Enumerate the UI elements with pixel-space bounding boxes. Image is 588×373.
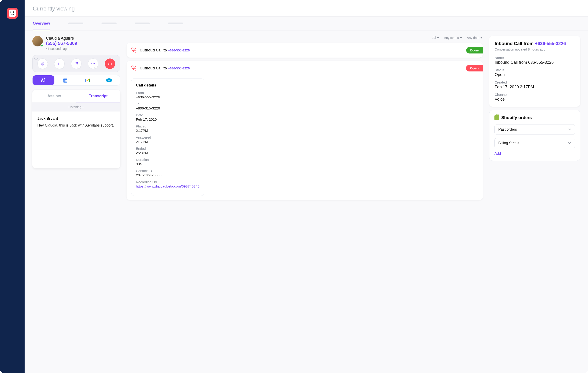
transcript-text: Hey Claudia, this is Jack with Aerolabs … bbox=[37, 123, 115, 127]
content: Claudia Aguirre (555) 567-5309 41 second… bbox=[25, 31, 588, 373]
svg-text:31: 31 bbox=[64, 80, 66, 82]
past-orders-label: Past orders bbox=[498, 127, 517, 132]
ic-name: Inbound Call from 636-555-3226 bbox=[495, 60, 575, 65]
pane-contact: Claudia Aguirre (555) 567-5309 41 second… bbox=[25, 36, 120, 364]
contact-time: 41 seconds ago bbox=[46, 47, 77, 51]
filter-date[interactable]: Any date bbox=[467, 36, 482, 40]
gmail-icon bbox=[84, 78, 90, 83]
filter-date-label: Any date bbox=[467, 36, 479, 40]
svg-point-11 bbox=[75, 65, 75, 65]
tab-assists[interactable]: Assists bbox=[32, 90, 76, 103]
ic-name-label: Name bbox=[495, 56, 575, 60]
integration-calendar-tab[interactable]: 31 bbox=[54, 75, 76, 85]
sidebar-rail bbox=[0, 0, 25, 373]
svg-point-15 bbox=[93, 63, 94, 64]
svg-point-6 bbox=[76, 62, 77, 63]
call-controls bbox=[32, 55, 120, 72]
cd-contactid: 23454363755665 bbox=[136, 173, 200, 177]
integration-salesforce-tab[interactable]: sales bbox=[98, 75, 120, 85]
tab-transcript[interactable]: Transcript bbox=[76, 90, 120, 103]
call-row-done[interactable]: Outboud Call to +636-555-3226 Done bbox=[126, 43, 483, 58]
cd-recording-link[interactable]: https://www.dialpadbeta.com/698745345 bbox=[136, 184, 200, 188]
ic-created-label: Created bbox=[495, 80, 575, 84]
pane-details: Inbound Call from +636-555-3226 Conversa… bbox=[489, 36, 580, 364]
status-badge-done: Done bbox=[466, 47, 483, 53]
cd-to-label: To bbox=[136, 102, 200, 106]
filters: All Any status Any date bbox=[126, 36, 483, 40]
header: Currently viewing bbox=[25, 0, 588, 16]
filter-all[interactable]: All bbox=[432, 36, 439, 40]
svg-point-9 bbox=[76, 63, 77, 64]
ic-status: Open bbox=[495, 72, 575, 77]
shopify-wrap: Shopify orders Past orders Billing Statu… bbox=[489, 110, 580, 161]
filter-all-label: All bbox=[432, 36, 436, 40]
cd-date: Feb 17, 2020 bbox=[136, 117, 200, 122]
integration-gmail-tab[interactable] bbox=[76, 75, 98, 85]
svg-rect-4 bbox=[60, 62, 60, 65]
svg-point-12 bbox=[76, 65, 77, 65]
inbound-title: Inbound Call from +636-555-3226 bbox=[495, 41, 575, 46]
cd-answered-label: Answered bbox=[136, 135, 200, 139]
inbound-title-number[interactable]: +636-555-3226 bbox=[535, 41, 566, 46]
call-details: Call details From+636-555-3226 To+806-31… bbox=[131, 78, 204, 196]
main-panel: Currently viewing Overview Claudia Aguir… bbox=[25, 0, 588, 373]
cd-duration: 33s bbox=[136, 162, 200, 166]
cd-answered: 2:17PM bbox=[136, 140, 200, 144]
cd-recording-label: Recording Url bbox=[136, 180, 200, 184]
svg-point-7 bbox=[77, 62, 78, 63]
cd-ended-label: Ended bbox=[136, 146, 200, 150]
tab-overview[interactable]: Overview bbox=[33, 17, 50, 30]
ic-channel-label: Channel bbox=[495, 93, 575, 96]
cd-ended: 2:23PM bbox=[136, 151, 200, 155]
ic-created: Feb 17, 2020 2:17PM bbox=[495, 85, 575, 89]
billing-status-select[interactable]: Billing Status bbox=[494, 138, 575, 148]
caret-down-icon bbox=[481, 37, 482, 39]
svg-point-18 bbox=[45, 78, 45, 79]
drag-handle-icon[interactable] bbox=[34, 57, 38, 60]
hangup-button[interactable] bbox=[105, 59, 115, 69]
dialpad-icon bbox=[74, 62, 78, 66]
svg-point-13 bbox=[77, 65, 78, 65]
inbound-title-prefix: Inbound Call from bbox=[495, 41, 535, 46]
filter-status[interactable]: Any status bbox=[444, 36, 462, 40]
dialpad-button[interactable] bbox=[71, 59, 82, 69]
phone-down-icon bbox=[107, 61, 113, 66]
chevron-down-icon bbox=[568, 142, 571, 144]
past-orders-select[interactable]: Past orders bbox=[494, 124, 575, 135]
tab-placeholder bbox=[102, 22, 116, 24]
svg-point-10 bbox=[77, 63, 78, 64]
cd-to: +806-315-3226 bbox=[136, 106, 200, 110]
more-button[interactable] bbox=[88, 59, 98, 69]
cd-duration-label: Duration bbox=[136, 158, 200, 162]
cd-from-label: From bbox=[136, 91, 200, 95]
chevron-down-icon bbox=[568, 129, 571, 130]
cd-from: +636-555-3226 bbox=[136, 95, 200, 99]
call-number[interactable]: +636-555-3226 bbox=[168, 49, 190, 52]
svg-rect-20 bbox=[63, 79, 67, 80]
svg-point-14 bbox=[91, 63, 92, 64]
page-title: Currently viewing bbox=[33, 5, 580, 12]
shopify-bag-icon bbox=[494, 115, 499, 120]
app-logo[interactable] bbox=[7, 8, 18, 19]
call-row-open[interactable]: Outboud Call to +636-555-3226 Open Call … bbox=[126, 61, 483, 200]
svg-point-8 bbox=[75, 63, 75, 64]
listening-status: Listening... bbox=[32, 103, 120, 112]
contact-card: Claudia Aguirre (555) 567-5309 41 second… bbox=[32, 36, 120, 51]
avatar[interactable] bbox=[32, 36, 43, 46]
tab-placeholder bbox=[168, 22, 183, 24]
cd-placed: 2:17PM bbox=[136, 129, 200, 133]
contact-phone[interactable]: (555) 567-5309 bbox=[46, 41, 77, 46]
pause-icon bbox=[58, 62, 61, 65]
call-number[interactable]: +636-555-3226 bbox=[168, 66, 190, 70]
calendar-icon: 31 bbox=[63, 78, 68, 83]
call-details-title: Call details bbox=[136, 83, 200, 88]
tab-placeholder bbox=[135, 22, 150, 24]
integration-ai-tab[interactable] bbox=[32, 75, 54, 85]
svg-rect-3 bbox=[59, 62, 59, 65]
add-link[interactable]: Add bbox=[494, 152, 501, 155]
pause-button[interactable] bbox=[54, 59, 65, 69]
transcript-speaker: Jack Bryant bbox=[37, 116, 115, 121]
inbound-updated: Conversation updated 8 hours ago bbox=[495, 48, 575, 51]
cd-contactid-label: Contact ID bbox=[136, 169, 200, 173]
mute-button[interactable] bbox=[37, 59, 48, 69]
